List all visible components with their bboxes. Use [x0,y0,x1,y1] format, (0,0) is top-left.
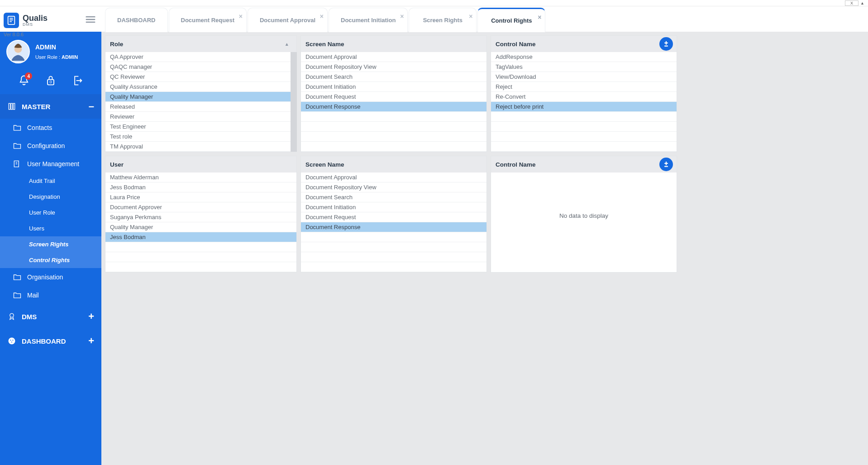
tab-close-icon[interactable]: × [538,14,541,21]
list-item-empty [105,252,296,262]
panel-header-control-2[interactable]: Control Name [491,156,677,173]
svg-rect-12 [11,103,12,109]
list-item[interactable]: Test role [105,132,296,142]
list-item[interactable]: Document Response [301,102,486,112]
add-remove-button[interactable] [659,37,673,51]
tab-close-icon[interactable]: × [320,13,324,20]
panel-role: Role ▴ QA ApproverQAQC managerQC Reviewe… [105,35,297,152]
tab-document-approval[interactable]: Document Approval× [248,8,328,32]
panel-header-control-1[interactable]: Control Name [491,36,677,52]
list-item[interactable]: Document Initiation [301,202,486,212]
sidebar-section-dashboard[interactable]: DASHBOARD + [0,329,101,353]
panel-header-screen-2[interactable]: Screen Name [301,156,486,173]
tab-control-rights[interactable]: Control Rights× [477,8,545,32]
list-item[interactable]: Suganya Perkmans [105,212,296,222]
list-item[interactable]: Document Approver [105,202,296,212]
list-item[interactable]: QAQC manager [105,62,296,72]
brand-name: Qualis [23,14,48,22]
list-item[interactable]: TagValues [491,62,677,72]
sidebar-item-organisation[interactable]: Organisation [0,268,101,286]
sidebar-item-mail[interactable]: Mail [0,286,101,304]
list-item[interactable]: Document Repository View [301,62,486,72]
panel-control-2: Control Name No data to display [491,156,677,273]
expand-icon: + [88,311,94,322]
list-item[interactable]: Laura Price [105,192,296,202]
list-item[interactable]: Quality Manager [105,222,296,232]
notifications-icon[interactable]: 4 [16,72,32,89]
sidebar-subitem-control-rights[interactable]: Control Rights [0,252,101,268]
scroll-down-icon[interactable]: ▾ [290,145,296,152]
list-item[interactable]: Document Response [301,222,486,232]
list-item[interactable]: Document Request [301,92,486,102]
tab-document-request[interactable]: Document Request× [169,8,247,32]
sidebar-section-master[interactable]: MASTER – [0,94,101,119]
sidebar-subitem-audit-trail[interactable]: Audit Trail [0,173,101,189]
list-item-empty [491,142,677,152]
notif-badge: 4 [25,72,32,80]
tab-screen-rights[interactable]: Screen Rights× [409,8,477,32]
list-item[interactable]: Reject [491,82,677,92]
list-item[interactable]: QC Reviewer [105,72,296,82]
tab-document-initiation[interactable]: Document Initiation× [329,8,408,32]
list-item[interactable]: Jess Bodman [105,182,296,192]
sort-icon[interactable]: ▴ [286,36,294,52]
list-item[interactable]: View/Download [491,72,677,82]
list-item[interactable]: Document Request [301,212,486,222]
list-item[interactable]: Document Initiation [301,82,486,92]
list-item[interactable]: Jess Bodman [105,232,296,242]
list-item[interactable]: Document Approval [301,52,486,62]
list-item[interactable]: Reviewer [105,112,296,122]
sidebar: ADMIN User Role : ADMIN 4 0 MASTER [0,32,101,465]
list-item[interactable]: Released [105,102,296,112]
sidebar-username: ADMIN [35,43,78,51]
panel-header-screen-1[interactable]: Screen Name [301,36,486,52]
sidebar-item-user-management[interactable]: User Management [0,155,101,173]
list-item-empty [301,112,486,122]
svg-rect-11 [9,103,10,109]
svg-point-15 [9,338,15,345]
list-item[interactable]: Document Repository View [301,182,486,192]
sidebar-subitem-screen-rights[interactable]: Screen Rights [0,236,101,252]
tab-close-icon[interactable]: × [239,13,243,20]
sidebar-subitem-designation[interactable]: Designation [0,189,101,205]
list-item[interactable]: Matthew Alderman [105,173,296,182]
sidebar-subitem-user-role[interactable]: User Role [0,205,101,221]
scroll-up-icon[interactable]: ▴ [290,53,296,59]
add-remove-button[interactable] [659,158,673,171]
sidebar-subitem-users[interactable]: Users [0,221,101,236]
window-chrome: X ▲ [0,0,868,6]
panel-screen-2: Screen Name Document ApprovalDocument Re… [300,156,487,273]
panel-header-role[interactable]: Role ▴ [105,36,296,52]
expand-icon: + [88,335,94,347]
list-item[interactable]: Quality Manager [105,92,296,102]
list-item[interactable]: Document Search [301,72,486,82]
window-close-button[interactable]: X [845,0,858,6]
tab-close-icon[interactable]: × [400,13,404,20]
svg-rect-13 [13,103,14,109]
list-item[interactable]: Test Engineer [105,122,296,132]
version-label: Ver 8.0.6 [4,32,24,37]
tab-dashboard[interactable]: DASHBOARD [105,8,168,32]
list-item[interactable]: Document Approval [301,173,486,182]
sidebar-item-configuration[interactable]: Configuration [0,137,101,155]
sidebar-item-contacts[interactable]: Contacts [0,119,101,137]
list-item-empty [301,142,486,152]
collapse-icon: – [89,101,94,112]
list-item[interactable]: TM Approval [105,142,296,152]
list-item[interactable]: Quality Assurance [105,82,296,92]
panel-header-user[interactable]: User [105,156,296,173]
list-item[interactable]: AddResponse [491,52,677,62]
no-data-label: No data to display [491,173,677,259]
list-item[interactable]: Reject before print [491,102,677,112]
lock-icon[interactable]: 0 [43,72,59,89]
list-item[interactable]: QA Approver [105,52,296,62]
list-item-empty [105,262,296,272]
sidebar-section-dms[interactable]: DMS + [0,304,101,329]
list-item[interactable]: Document Search [301,192,486,202]
list-item[interactable]: Re-Convert [491,92,677,102]
logout-icon[interactable] [69,72,86,89]
list-item-empty [491,132,677,142]
hamburger-icon[interactable] [84,13,97,28]
tab-close-icon[interactable]: × [469,13,472,20]
window-up-icon[interactable]: ▲ [860,1,864,5]
